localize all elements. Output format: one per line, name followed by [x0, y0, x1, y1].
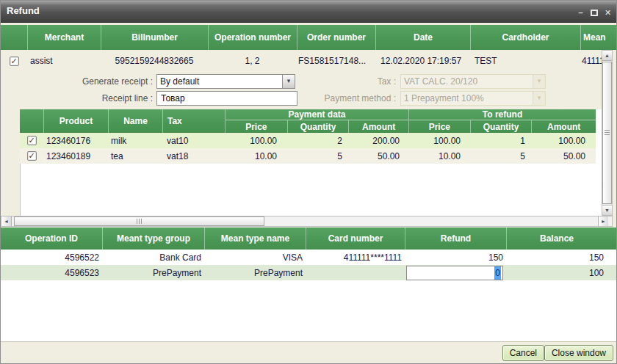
header-date[interactable]: Date — [375, 25, 470, 50]
vertical-scrollbar[interactable]: ▲ ▼ — [602, 50, 613, 216]
header-operation-id[interactable]: Operation ID — [1, 228, 102, 250]
header-ref-amount[interactable]: Amount — [531, 120, 596, 133]
card-number — [306, 265, 405, 280]
header-balance[interactable]: Balance — [506, 228, 607, 250]
mean-type-group: Bank Card — [102, 250, 204, 265]
product-name: tea — [108, 148, 162, 164]
header-refund[interactable]: Refund — [405, 228, 506, 250]
header-product[interactable]: Product — [43, 109, 108, 133]
maximize-icon[interactable] — [591, 10, 598, 16]
operation-id: 4596522 — [1, 250, 102, 265]
operation-row[interactable]: ✓ assist 5952159244832665 1, 2 FS1581517… — [1, 50, 617, 72]
vertical-scrollbar-thumb[interactable] — [602, 62, 612, 204]
scrollbar-grip — [137, 219, 142, 224]
header-payment-data: Payment data — [225, 109, 408, 120]
cancel-button[interactable]: Cancel — [502, 345, 544, 361]
product-row[interactable]: ✓ 123460189 tea vat18 10.00 5 50.00 10.0… — [20, 148, 596, 164]
payment-method-select: 1 Prepayment 100% ▾ — [400, 91, 546, 106]
header-mean[interactable]: Mean — [580, 25, 617, 50]
operation-id: 4596523 — [1, 265, 102, 280]
chevron-down-icon: ▾ — [533, 75, 545, 88]
header-pay-quantity[interactable]: Quantity — [287, 120, 349, 133]
header-checkbox-col — [1, 25, 27, 50]
refund-input-value: 0 — [494, 266, 501, 280]
pay-quantity: 2 — [286, 133, 348, 148]
pay-price: 10.00 — [225, 148, 286, 164]
pay-quantity: 5 — [286, 148, 348, 164]
scroll-up-icon[interactable]: ▲ — [602, 51, 612, 61]
mean-row[interactable]: 4596522 Bank Card VISA 411111****1111 15… — [1, 250, 617, 265]
close-icon[interactable]: ✕ — [603, 9, 613, 17]
ref-price: 100.00 — [408, 133, 469, 148]
close-window-button[interactable]: Close window — [544, 345, 613, 361]
product-checkbox[interactable]: ✓ — [27, 151, 37, 161]
tax-select: VAT CALC. 20/120 ▾ — [400, 74, 546, 89]
merchant-value: assist — [27, 50, 101, 72]
horizontal-scrollbar-thumb[interactable] — [14, 216, 264, 226]
header-ref-price[interactable]: Price — [409, 120, 470, 133]
card-number: 411111****1111 — [306, 250, 405, 265]
order-number-value: FS1581517148... — [297, 50, 375, 72]
header-to-refund: To refund — [409, 109, 596, 120]
window-titlebar[interactable]: Refund – ✕ — [1, 1, 617, 23]
ref-quantity: 1 — [469, 133, 531, 148]
footer-bar: Cancel Close window — [1, 342, 617, 364]
receipt-line-label: Receipt line : — [23, 91, 153, 106]
header-billnumber[interactable]: Billnumber — [101, 25, 208, 50]
horizontal-scrollbar[interactable]: ◄ ► — [1, 216, 613, 227]
window-title: Refund — [7, 5, 40, 16]
header-pay-amount[interactable]: Amount — [348, 120, 408, 133]
operation-number-value: 1, 2 — [208, 50, 297, 72]
generate-receipt-label: Generate receipt : — [23, 74, 153, 89]
header-spacer-col — [609, 228, 617, 250]
balance-amount: 150 — [506, 250, 607, 265]
header-operation-number[interactable]: Operation number — [208, 25, 297, 50]
payment-method-value: 1 Prepayment 100% — [404, 93, 484, 103]
pay-amount: 200.00 — [348, 133, 408, 148]
generate-receipt-value: By default — [160, 76, 199, 87]
date-value: 12.02.2020 17:19:57 — [375, 50, 470, 72]
header-mean-type-name[interactable]: Mean type name — [204, 228, 306, 250]
cardholder-value: TEST — [470, 50, 580, 72]
header-merchant[interactable]: Merchant — [27, 25, 101, 50]
header-product-checkbox-col — [20, 109, 43, 133]
product-id: 123460189 — [43, 148, 108, 164]
product-id: 123460176 — [43, 133, 108, 148]
header-pay-price[interactable]: Price — [225, 120, 287, 133]
scroll-down-icon[interactable]: ▼ — [602, 205, 612, 215]
window-controls: – ✕ — [576, 9, 613, 17]
billnumber-value: 5952159244832665 — [101, 50, 208, 72]
header-tax[interactable]: Tax — [162, 109, 225, 133]
tax-label: Tax : — [273, 74, 396, 89]
balance-amount: 100 — [506, 265, 607, 280]
pay-price: 100.00 — [225, 133, 286, 148]
mean-type-name: PrePayment — [204, 265, 306, 280]
header-name[interactable]: Name — [108, 109, 162, 133]
ref-amount: 50.00 — [531, 148, 596, 164]
operation-checkbox[interactable]: ✓ — [10, 57, 19, 66]
minimize-icon[interactable]: – — [576, 9, 585, 17]
ref-quantity: 5 — [469, 148, 531, 164]
mean-row[interactable]: 4596523 PrePayment PrePayment 0 100 — [1, 265, 617, 280]
products-table: Product Name Tax Payment data Price Quan… — [20, 109, 596, 164]
scroll-right-icon[interactable]: ► — [598, 216, 608, 226]
header-order-number[interactable]: Order number — [297, 25, 375, 50]
scrollbar-grip — [605, 130, 610, 136]
scroll-left-icon[interactable]: ◄ — [1, 216, 12, 226]
ref-amount: 100.00 — [531, 133, 596, 148]
mean-type-name: VISA — [204, 250, 306, 265]
means-table-rows: 4596522 Bank Card VISA 411111****1111 15… — [1, 250, 617, 280]
product-row[interactable]: ✓ 123460176 milk vat10 100.00 2 200.00 1… — [20, 133, 596, 148]
header-cardholder[interactable]: Cardholder — [470, 25, 580, 50]
header-mean-type-group[interactable]: Meant type group — [102, 228, 204, 250]
ref-price: 10.00 — [408, 148, 469, 164]
means-table-header: Operation ID Meant type group Mean type … — [1, 228, 617, 250]
header-group-payment-data: Payment data Price Quantity Amount — [225, 109, 408, 133]
header-group-to-refund: To refund Price Quantity Amount — [408, 109, 596, 133]
refund-cell: 0 — [405, 265, 506, 280]
header-ref-quantity[interactable]: Quantity — [470, 120, 532, 133]
product-checkbox[interactable]: ✓ — [27, 136, 37, 145]
header-card-number[interactable]: Card number — [306, 228, 405, 250]
mean-type-group: PrePayment — [102, 265, 204, 280]
refund-input[interactable]: 0 — [406, 266, 503, 280]
